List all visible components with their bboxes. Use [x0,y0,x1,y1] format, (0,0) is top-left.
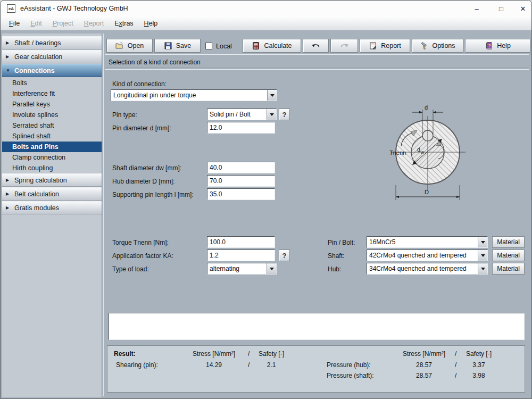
pin-material-value: 16MnCr5 [367,238,478,246]
dw-subscript: W [421,151,425,154]
sidebar-section-spring-calculation[interactable]: ▶Spring calculation [2,173,102,187]
chevron-down-icon[interactable] [478,237,487,247]
sidebar-item-bolts-and-pins[interactable]: Bolts and Pins [2,142,102,152]
help-label: Help [497,42,511,49]
options-label: Options [432,42,455,49]
application-factor-input[interactable] [207,250,275,261]
svg-text:?: ? [488,43,491,48]
result-title: Result: [114,350,136,358]
shaft-diameter-input[interactable] [207,162,275,173]
slash: / [455,350,456,358]
sidebar: ▶Shaft / bearings ▶Gear calculation ▼Con… [2,34,102,397]
undo-button[interactable] [303,39,329,53]
sidebar-item-hirth-coupling[interactable]: Hirth coupling [2,163,102,173]
menu-file[interactable]: File [5,18,24,29]
application-factor-help-button[interactable]: ? [279,250,290,261]
kind-of-connection-label: Kind of connection: [112,80,167,88]
report-document-icon [369,41,377,50]
result-row-safety: 3.98 [463,372,495,379]
sidebar-section-gratis-modules[interactable]: ▶Gratis modules [2,201,102,214]
sidebar-item-interference-fit[interactable]: Interference fit [2,88,102,99]
pin-type-value: Solid pin / Bolt [207,111,267,118]
options-button[interactable]: Options [412,39,463,53]
open-button[interactable]: Open [106,39,153,53]
sidebar-item-bolts[interactable]: Bolts [2,78,102,88]
window-title: eAssistant - GWJ Technology GmbH [20,5,128,12]
result-row-stress: 14.29 [182,361,246,369]
menu-help[interactable]: Help [140,18,162,29]
help-button[interactable]: ? Help [465,39,530,53]
section-label: Spring calculation [14,177,67,184]
chevron-right-icon: ▶ [6,40,11,45]
hub-material-select[interactable]: 34CrMo4 quenched and tempered [367,263,488,275]
menu-extras[interactable]: Extras [110,18,137,29]
save-button[interactable]: Save [154,39,201,53]
report-label: Report [381,42,401,49]
report-button[interactable]: Report [360,39,410,53]
pin-length-input[interactable] [207,188,275,200]
sidebar-section-shaft-bearings[interactable]: ▶Shaft / bearings [2,36,102,49]
hub-material-button[interactable]: Material [492,263,525,275]
chevron-down-icon[interactable] [478,250,487,261]
pin-material-select[interactable]: 16MnCr5 [367,236,488,248]
tools-icon [420,41,428,50]
kind-of-connection-select[interactable]: Longitudinal pin under torque [111,89,277,101]
open-folder-icon [115,41,124,50]
pin-length-label: Supporting pin length l [mm]: [112,191,194,198]
pin-diameter-input[interactable] [207,122,275,134]
section-label: Gratis modules [14,204,59,212]
d-dimension-label: d [425,104,428,111]
chevron-down-icon[interactable] [267,109,276,120]
application-factor-label: Application factor KA: [112,252,173,260]
sidebar-item-clamp-connection[interactable]: Clamp connection [2,152,102,163]
stress-header-left: Stress [N/mm²] [182,350,246,358]
chevron-down-icon: ▼ [6,68,11,73]
torque-input[interactable] [207,236,275,248]
sidebar-item-splined-shaft[interactable]: Splined shaft [2,131,102,142]
result-row-label: Pressure (shaft): [327,372,374,379]
result-panel: Result: Stress [N/mm²] / Safety [-] Stre… [107,345,525,393]
pin-type-help-button[interactable]: ? [279,109,290,120]
sidebar-divider [103,34,104,396]
redo-button [330,39,358,53]
chevron-right-icon: ▶ [6,205,11,210]
toolbar-divider [105,54,529,55]
message-box[interactable] [109,313,525,340]
maximize-button[interactable]: □ [489,1,513,16]
pin-type-label: Pin type: [112,111,137,119]
shaft-material-button[interactable]: Material [492,250,525,261]
pin-material-label: Pin / Bolt: [328,239,355,246]
calculate-button[interactable]: Calculate [243,39,301,53]
D-dimension-label: D [425,189,429,195]
sidebar-item-parallel-keys[interactable]: Parallel keys [2,99,102,110]
load-type-value: alternating [207,265,267,272]
slash: / [455,361,456,369]
close-button[interactable]: ✕ [513,1,532,16]
sidebar-section-connections[interactable]: ▼Connections [2,64,102,77]
sidebar-section-gear-calculation[interactable]: ▶Gear calculation [2,50,102,63]
pin-type-select[interactable]: Solid pin / Bolt [207,109,277,120]
pin-connection-diagram: d D d W Tnenn [387,103,474,205]
sidebar-item-serrated-shaft[interactable]: Serrated shaft [2,120,102,131]
sidebar-item-involute-splines[interactable]: Involute splines [2,110,102,120]
chevron-down-icon[interactable] [267,263,276,274]
local-checkbox[interactable] [205,43,212,49]
titlebar: eA eAssistant - GWJ Technology GmbH – □ … [1,1,531,17]
section-label: Gear calculation [14,53,62,61]
shaft-material-select[interactable]: 42CrMo4 quenched and tempered [367,250,488,261]
safety-header-right: Safety [-] [463,350,495,358]
chevron-down-icon[interactable] [267,90,277,101]
sidebar-section-belt-calculation[interactable]: ▶Belt calculation [2,187,102,201]
chevron-down-icon[interactable] [478,263,487,274]
hub-material-value: 34CrMo4 quenched and tempered [367,265,478,272]
section-label: Shaft / bearings [14,39,61,47]
shaft-diameter-label: Shaft diameter dw [mm]: [112,164,181,172]
minimize-button[interactable]: – [464,1,489,16]
local-checkbox-label: Local [216,43,232,50]
chevron-right-icon: ▶ [6,178,11,182]
pin-material-button[interactable]: Material [492,236,525,248]
app-icon: eA [7,4,15,13]
load-type-select[interactable]: alternating [207,263,277,275]
undo-icon [311,42,321,49]
hub-diameter-input[interactable] [207,175,275,187]
